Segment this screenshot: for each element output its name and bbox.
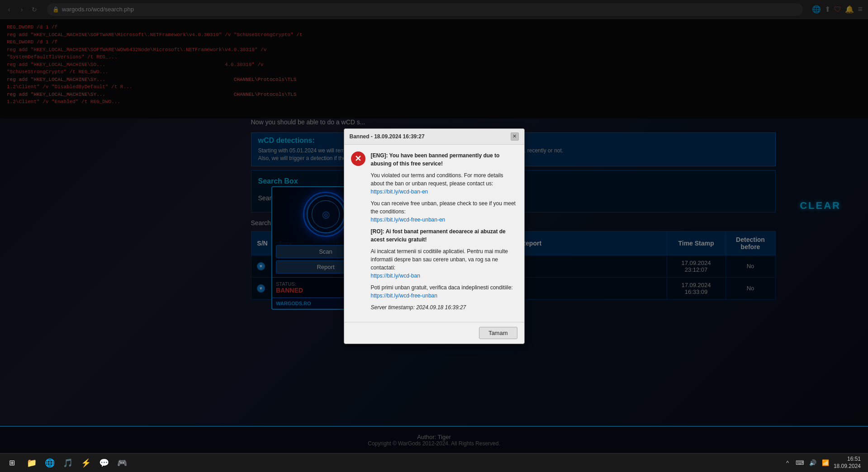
clock-time: 16:51 bbox=[834, 456, 861, 463]
modal-title: Banned - 18.09.2024 16:39:27 bbox=[350, 133, 425, 140]
modal-overlay[interactable]: Banned - 18.09.2024 16:39:27 ✕ ✕ [ENG]: … bbox=[0, 0, 868, 472]
ro-heading: [RO]: Ai fost banat permanent deoarece a… bbox=[371, 228, 506, 243]
modal-body: ✕ [ENG]: You have been banned permanentl… bbox=[344, 145, 524, 322]
tray-network-icon[interactable]: 📶 bbox=[821, 458, 830, 467]
ro-body1: Ai incalcat termenii si coditiile aplica… bbox=[371, 248, 508, 271]
eng-body2: You can receive free unban, please check… bbox=[371, 200, 516, 215]
taskbar-spotify[interactable]: 🎵 bbox=[60, 455, 76, 471]
eng-link2[interactable]: https://bit.ly/wcd-free-unban-en bbox=[371, 217, 446, 223]
modal-error-icon: ✕ bbox=[351, 151, 365, 166]
modal-close-button[interactable]: ✕ bbox=[511, 132, 519, 141]
taskbar: ⊞ 📁 🌐 🎵 ⚡ 💬 🎮 ^ ⌨ 🔊 📶 16:51 18.09.2024 bbox=[0, 453, 868, 472]
taskbar-clock[interactable]: 16:51 18.09.2024 bbox=[834, 456, 861, 470]
tray-arrow-icon[interactable]: ^ bbox=[783, 458, 792, 467]
modal-ok-button[interactable]: Tamam bbox=[479, 327, 517, 339]
modal-titlebar: Banned - 18.09.2024 16:39:27 ✕ bbox=[344, 129, 524, 145]
eng-heading: [ENG]: You have been banned permanently … bbox=[371, 152, 500, 167]
ro-body2: Poti primi unban gratuit, verifica daca … bbox=[371, 284, 513, 291]
ro-link2[interactable]: https://bit.ly/wcd-free-unban bbox=[371, 293, 437, 299]
tray-keyboard-icon[interactable]: ⌨ bbox=[796, 458, 805, 467]
server-timestamp: Server timestamp: 2024.09.18 16:39:27 bbox=[371, 304, 466, 311]
taskbar-file-explorer[interactable]: 📁 bbox=[24, 455, 40, 471]
tray-volume-icon[interactable]: 🔊 bbox=[808, 458, 817, 467]
taskbar-app4[interactable]: ⚡ bbox=[78, 455, 94, 471]
modal-icon-area: ✕ bbox=[351, 151, 365, 315]
modal-dialog: Banned - 18.09.2024 16:39:27 ✕ ✕ [ENG]: … bbox=[344, 128, 525, 344]
eng-link1[interactable]: https://bit.ly/wcd-ban-en bbox=[371, 189, 428, 195]
taskbar-browser[interactable]: 🌐 bbox=[42, 455, 58, 471]
sys-tray: ^ ⌨ 🔊 📶 16:51 18.09.2024 bbox=[779, 456, 864, 470]
modal-footer: Tamam bbox=[344, 322, 524, 344]
clock-date: 18.09.2024 bbox=[834, 463, 861, 470]
taskbar-apps: 📁 🌐 🎵 ⚡ 💬 🎮 bbox=[24, 455, 130, 471]
taskbar-steam[interactable]: 🎮 bbox=[114, 455, 130, 471]
modal-text-area: [ENG]: You have been banned permanently … bbox=[371, 151, 517, 315]
ro-link1[interactable]: https://bit.ly/wcd-ban bbox=[371, 273, 420, 279]
start-button[interactable]: ⊞ bbox=[4, 455, 20, 471]
eng-body1: You violated our terms and conditions. F… bbox=[371, 172, 503, 187]
taskbar-discord[interactable]: 💬 bbox=[96, 455, 112, 471]
